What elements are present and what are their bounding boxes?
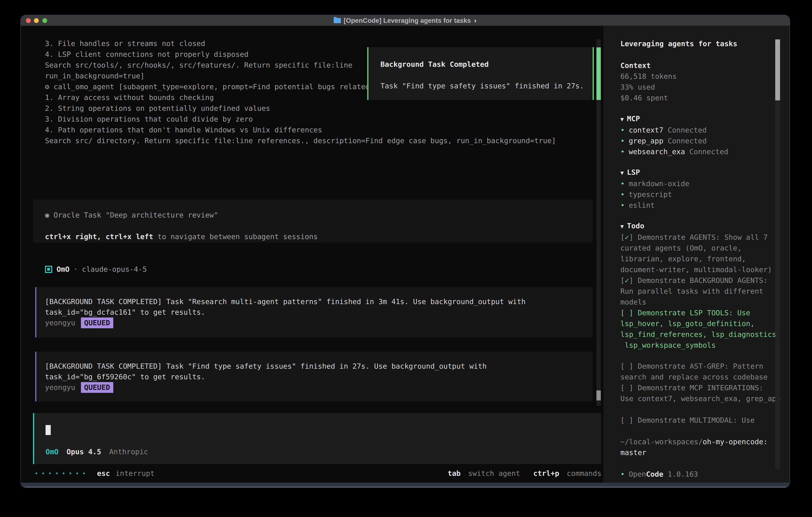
esc-key-label: interrupt [116,468,155,479]
todo-line-done: document-writer, multimodal-looker) [620,264,781,275]
oracle-task-title: ◉ Oracle Task "Deep architecture review" [45,210,218,220]
queued-badge: QUEUED [81,382,113,393]
todo-line-pending: [ ] Demonstrate AST-GREP: Pattern [620,361,781,372]
check-icon: ✓ [625,276,629,284]
todo-line-current: [ ] Demonstrate LSP TOOLS: Use [620,307,781,318]
todo-section-header[interactable]: ▼Todo [620,220,781,232]
mcp-item: •websearch_exa Connected [620,146,728,157]
task-message-line: task_id="bg_dcfac161" to get results. [45,307,205,318]
todo-line-pending: [ ] Demonstrate MCP INTEGRATIONS: [620,382,781,393]
task-meta-line: yeongyuQUEUED [45,318,113,328]
mcp-section-header[interactable]: ▼MCP [620,113,728,125]
agent-header: OmO · claude-opus-4-5 [45,264,147,275]
status-dot-icon: • [620,180,625,188]
context-section: Context 66,518 tokens 33% used $0.46 spe… [620,60,677,103]
chevron-down-icon: ▼ [620,116,624,123]
todo-line-current: lsp_find_references, lsp_diagnostics, [620,329,781,340]
sidebar-scrollbar-thumb[interactable] [775,39,780,100]
context-tokens: 66,518 tokens [620,71,677,82]
chevron-down-icon: ▼ [620,169,624,176]
output-line: 2. String operations on potentially unde… [45,103,578,114]
task-message-line: task_id="bg_6f59260c" to get results. [45,372,205,382]
sidebar-scrollbar[interactable] [775,39,780,469]
todo-line-pending: search and replace across codebase [620,372,781,382]
model-selector-line[interactable]: OmOOpus 4.5Anthropic [46,446,156,457]
prompt-input[interactable]: OmOOpus 4.5Anthropic [33,413,601,464]
terminal-window: [OpenCode] Leveraging agents for tasks ◑… [21,15,790,487]
task-message-box[interactable]: [BACKGROUND TASK COMPLETED] Task "Find t… [35,352,592,402]
todo-line-pending: Use context7, websearch_exa, grep_app [620,393,781,404]
input-model-name: Opus 4.5 [66,447,101,456]
context-used: 33% used [620,82,677,92]
separator: · [74,264,78,275]
queued-badge: QUEUED [81,318,113,328]
todo-line-done: [✓] Demonstrate BACKGROUND AGENTS: [620,275,781,286]
spinner-dots: •••••••• [35,470,89,477]
subagent-nav-hint: ctrl+x right, ctrl+x left to navigate be… [45,231,318,242]
context-heading: Context [620,60,677,71]
todo-line-pending: [ ] Demonstrate MULTIMODAL: Use [620,415,755,426]
title-bar: [OpenCode] Leveraging agents for tasks ◑ [21,15,790,26]
mcp-item: •context7 Connected [620,125,728,136]
input-agent-name: OmO [46,447,59,456]
ctrlp-key-hint: ctrl+p [533,469,559,478]
background-task-toast[interactable]: Background Task Completed Task "Find typ… [367,47,594,100]
output-line: 4. Path operations that don't handle Win… [45,125,578,135]
lsp-section: ▼LSP •markdown-oxide •typescript •eslint [620,167,689,211]
todo-line-done: Run parallel tasks with different [620,286,781,297]
mcp-section: ▼MCP •context7 Connected •grep_app Conne… [620,113,728,157]
chevron-down-icon: ▼ [620,223,624,230]
user-name: yeongyu [45,383,75,391]
context-spent: $0.46 spent [620,92,677,103]
text-cursor [46,425,51,435]
status-dot-icon: • [620,470,625,478]
status-dot-icon: • [620,190,625,198]
todo-pending-block: [ ] Demonstrate AST-GREP: Pattern search… [620,361,781,404]
user-name: yeongyu [45,319,75,327]
version-line: •OpenCode 1.0.163 [620,469,698,480]
input-provider-name: Anthropic [109,447,148,456]
output-line: Search src/ directory. Return specific f… [45,135,578,146]
chat-scrollbar-end[interactable] [597,390,601,401]
todo-line-done: librarian, explore, frontend, [620,253,781,264]
git-branch: master [620,447,767,458]
task-message-line: [BACKGROUND TASK COMPLETED] Task "Resear… [45,296,526,307]
window-title: [OpenCode] Leveraging agents for tasks ◑ [344,17,476,24]
lsp-section-header[interactable]: ▼LSP [620,167,689,178]
todo-line-done: curated agents (OmO, oracle, [620,243,781,253]
agent-name: OmO [57,264,69,275]
window-bottom-strip [21,483,790,487]
status-dot-icon: • [620,137,625,145]
check-icon: ✓ [625,233,629,241]
session-title: Leveraging agents for tasks [620,38,737,49]
todo-line-done: [✓] Demonstrate AGENTS: Show all 7 [620,232,781,243]
record-icon: ◉ [45,211,49,219]
todo-section: ▼Todo [✓] Demonstrate AGENTS: Show all 7… [620,220,781,351]
ctrlp-key-label: commands [567,469,601,478]
todo-line-done: models [620,297,781,307]
todo-line-current: lsp_workspace_symbols [620,340,781,351]
todo-line-current: lsp_hover, lsp_goto_definition, [620,318,781,329]
folder-icon [334,18,341,23]
chat-scrollbar[interactable] [597,39,601,406]
lsp-item: •markdown-oxide [620,178,689,189]
toast-body: Task "Find type safety issues" finished … [380,81,584,91]
output-line: 3. Division operations that could divide… [45,114,578,125]
session-sidebar: Leveraging agents for tasks Context 66,5… [603,26,790,483]
status-dot-icon: • [620,126,625,134]
task-meta-line: yeongyuQUEUED [45,382,113,393]
tab-key-label: switch agent [468,469,520,478]
chat-scrollbar-thumb[interactable] [597,47,601,100]
status-dot-icon: • [620,201,625,209]
mcp-item: •grep_app Connected [620,136,728,146]
agent-model: claude-opus-4-5 [82,264,147,275]
oracle-task-panel: ◉ Oracle Task "Deep architecture review"… [33,199,592,243]
esc-key-hint: esc [97,468,110,479]
chat-log-area[interactable]: 3. File handles or streams not closed 4.… [21,26,603,483]
lsp-item: •eslint [620,200,689,211]
toast-title: Background Task Completed [380,59,489,70]
task-message-box[interactable]: [BACKGROUND TASK COMPLETED] Task "Resear… [35,287,592,337]
tab-key-hint: tab [448,469,461,478]
workspace-path: ~/local-workspaces/oh-my-opencode: maste… [620,436,767,458]
omo-agent-icon [45,266,52,273]
